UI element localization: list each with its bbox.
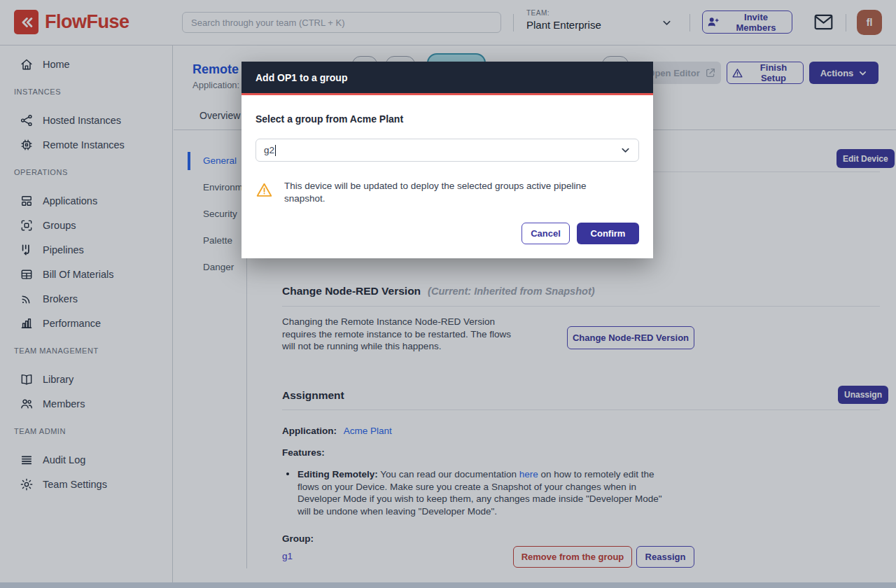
confirm-button[interactable]: Confirm <box>577 223 639 244</box>
warning-message: This device will be updated to deploy th… <box>284 180 619 204</box>
group-select-input[interactable]: g2 <box>255 139 639 162</box>
cancel-button[interactable]: Cancel <box>522 223 570 244</box>
group-select-value: g2 <box>264 145 274 155</box>
text-cursor <box>275 145 276 156</box>
chevron-down-icon[interactable] <box>620 145 631 155</box>
warning-triangle-icon <box>255 181 273 199</box>
warning-message-row: This device will be updated to deploy th… <box>255 180 639 204</box>
dialog-body: Select a group from Acme Plant g2 This d… <box>241 95 653 258</box>
dialog-actions: Cancel Confirm <box>255 223 639 244</box>
add-to-group-dialog: Add OP1 to a group Select a group from A… <box>241 62 653 258</box>
dialog-prompt: Select a group from Acme Plant <box>255 113 639 125</box>
dialog-title: Add OP1 to a group <box>241 62 653 93</box>
